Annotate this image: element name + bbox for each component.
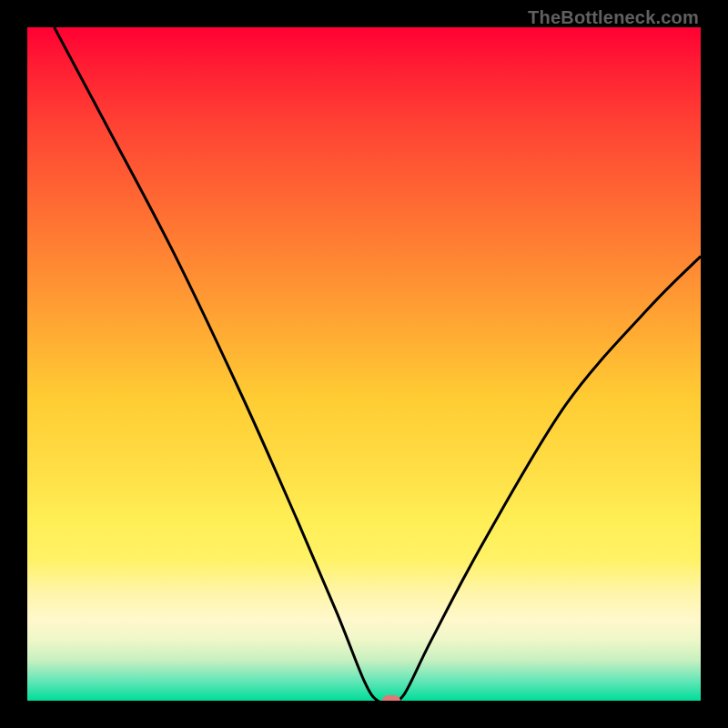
bottleneck-curve — [27, 27, 701, 701]
selected-point-marker — [382, 695, 400, 701]
curve-path — [55, 27, 701, 701]
plot-area — [27, 27, 701, 701]
chart-frame: TheBottleneck.com — [0, 0, 728, 728]
credit-text: TheBottleneck.com — [528, 7, 699, 28]
